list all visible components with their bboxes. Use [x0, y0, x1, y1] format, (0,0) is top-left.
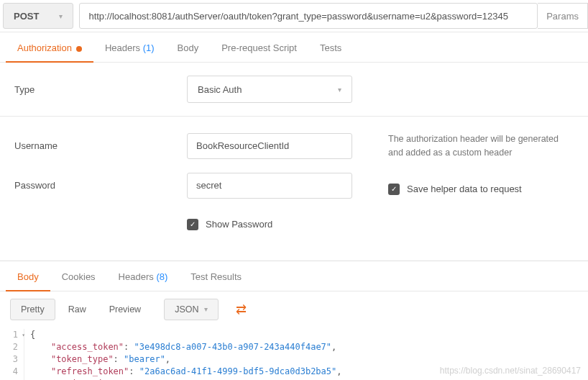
response-toolbar: Pretty Raw Preview JSON ▾ ⇄ — [0, 291, 588, 327]
auth-type-value: Basic Auth — [198, 84, 242, 95]
method-select[interactable]: POST ▾ — [3, 3, 73, 29]
tab-authorization-label: Authorization — [17, 42, 72, 53]
divider — [0, 116, 588, 117]
type-label: Type — [14, 84, 187, 95]
format-label: JSON — [175, 304, 198, 315]
resp-tab-cookies[interactable]: Cookies — [50, 261, 107, 291]
resp-headers-count: (8) — [156, 271, 167, 282]
tab-authorization[interactable]: Authorization — [6, 32, 93, 62]
auth-type-select[interactable]: Basic Auth ▾ — [187, 76, 352, 103]
chevron-down-icon: ▾ — [59, 12, 63, 20]
chevron-down-icon: ▾ — [338, 86, 341, 94]
request-bar: POST ▾ Params — [0, 0, 588, 32]
authorization-panel: Type Basic Auth ▾ Username The authoriza… — [0, 63, 588, 256]
pretty-button[interactable]: Pretty — [10, 299, 55, 320]
response-tabs: Body Cookies Headers (8) Test Results — [0, 261, 588, 291]
password-input[interactable] — [187, 173, 352, 199]
username-input[interactable] — [187, 133, 352, 159]
show-password-label: Show Password — [206, 219, 272, 230]
resp-headers-label: Headers — [119, 271, 154, 282]
tab-body[interactable]: Body — [166, 32, 211, 62]
username-label: Username — [14, 140, 187, 151]
fold-icon[interactable]: ▾ — [22, 329, 25, 341]
preview-button[interactable]: Preview — [99, 299, 151, 320]
resp-tab-headers[interactable]: Headers (8) — [107, 261, 180, 291]
show-password-checkbox[interactable]: ✓ — [187, 219, 198, 230]
response-body[interactable]: 1▾{ 2 "access_token": "3e498dc8-a007-43b… — [0, 327, 588, 381]
response-section: Body Cookies Headers (8) Test Results Pr… — [0, 261, 588, 381]
raw-button[interactable]: Raw — [58, 299, 96, 320]
params-button[interactable]: Params — [538, 3, 588, 29]
request-tabs: Authorization Headers (1) Body Pre-reque… — [0, 32, 588, 63]
tab-prerequest[interactable]: Pre-request Script — [210, 32, 308, 62]
modified-dot-icon — [76, 46, 82, 52]
save-helper-checkbox[interactable]: ✓ — [388, 184, 400, 195]
password-label: Password — [14, 180, 187, 191]
format-select[interactable]: JSON ▾ — [164, 299, 219, 320]
save-helper-row: ✓ Save helper data to request — [388, 184, 574, 195]
wrap-lines-icon[interactable]: ⇄ — [231, 299, 251, 320]
resp-tab-body[interactable]: Body — [6, 261, 50, 291]
resp-tab-test-results[interactable]: Test Results — [179, 261, 253, 291]
show-password-row: ✓ Show Password — [187, 219, 352, 230]
save-helper-label: Save helper data to request — [407, 184, 522, 194]
chevron-down-icon: ▾ — [204, 305, 208, 313]
help-text: The authorization header will be generat… — [388, 132, 574, 160]
url-input[interactable] — [79, 3, 538, 29]
tab-tests[interactable]: Tests — [308, 32, 353, 62]
method-label: POST — [14, 11, 39, 22]
tab-headers-label: Headers — [105, 42, 140, 53]
tab-headers[interactable]: Headers (1) — [93, 32, 166, 62]
headers-count: (1) — [143, 42, 155, 53]
